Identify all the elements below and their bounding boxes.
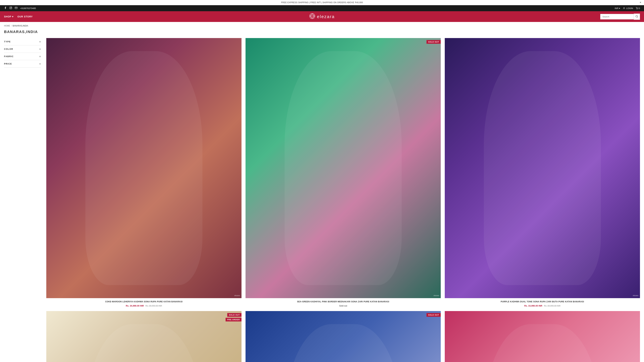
sold-out-badge: SOLD OUT <box>426 40 441 44</box>
filter-chevron-icon: ∨ <box>39 48 41 50</box>
page-content: BANARAS,INDIA TYPE ∨ COLOR ∨ FABRIC ∨ PR… <box>0 30 644 362</box>
watermark: elezara <box>434 295 439 297</box>
shop-label: SHOP <box>4 15 12 18</box>
price-sale: Rs. 34,990.00 INR <box>126 305 144 307</box>
filter-chevron-icon: ∨ <box>39 40 41 43</box>
pre-order-badge: PRE-ORDER <box>226 318 242 322</box>
svg-point-7 <box>636 15 638 17</box>
filter-toggle-type[interactable]: TYPE ∨ <box>4 38 41 45</box>
sold-out-badge: SOLD OUT <box>426 313 441 317</box>
price-original: Rs. 39,990.00 INR <box>544 305 560 307</box>
svg-line-8 <box>637 17 638 17</box>
filter-label: TYPE <box>4 40 11 43</box>
utility-bar-right: INR ▾ LOGIN 0 <box>615 7 640 9</box>
filter-label: PRICE <box>4 62 12 65</box>
announcement-text: FREE EXPRESS SHIPPING | FREE INT'L SHIPP… <box>281 1 363 4</box>
filter-group-color: COLOR ∨ <box>4 45 41 53</box>
content-layout: TYPE ∨ COLOR ∨ FABRIC ∨ PRICE ∨ <box>4 38 640 362</box>
announcement-bar: FREE EXPRESS SHIPPING | FREE INT'L SHIPP… <box>0 0 644 5</box>
product-card[interactable]: SOLD OUT elezara BANARAS SILK PRODUCT 5 … <box>246 311 441 362</box>
product-image: SOLD OUT elezara <box>246 311 441 362</box>
svg-point-2 <box>11 7 12 7</box>
utility-bar-left: +918976370485 <box>4 6 36 10</box>
filter-label: COLOR <box>4 48 13 50</box>
breadcrumb-home[interactable]: HOME <box>4 25 10 27</box>
login-button[interactable]: LOGIN <box>623 7 633 9</box>
product-image: SOLD OUTPRE-ORDER elezara <box>46 311 242 362</box>
breadcrumb: HOME / BANARAS,INDIA <box>0 22 644 30</box>
login-label: LOGIN <box>626 7 633 9</box>
filter-group-price: PRICE ∨ <box>4 60 41 67</box>
filter-toggle-price[interactable]: PRICE ∨ <box>4 60 41 67</box>
logo[interactable]: elezara <box>309 13 335 20</box>
filter-chevron-icon: ∨ <box>39 55 41 58</box>
price-sold-out: Sold out <box>339 305 347 307</box>
product-name: PURPLE KADHWA DUAL TONE SONA RUPA ZARI B… <box>445 300 640 303</box>
filter-group-fabric: FABRIC ∨ <box>4 53 41 60</box>
breadcrumb-current: BANARAS,INDIA <box>12 25 28 27</box>
cart-count: 0 <box>639 7 640 9</box>
product-card[interactable]: elezara PURPLE KADHWA DUAL TONE SONA RUP… <box>445 38 640 307</box>
product-image: elezara <box>445 311 640 362</box>
currency-selector[interactable]: INR ▾ <box>615 7 620 9</box>
logo-text: elezara <box>317 14 335 19</box>
filter-group-type: TYPE ∨ <box>4 38 41 45</box>
close-announcement-button[interactable]: × <box>640 1 641 4</box>
search-input[interactable] <box>600 14 634 19</box>
filter-toggle-fabric[interactable]: FABRIC ∨ <box>4 53 41 60</box>
svg-point-1 <box>10 7 11 8</box>
filter-chevron-icon: ∨ <box>39 63 41 65</box>
facebook-icon[interactable] <box>4 6 7 10</box>
price-original: Rs. 39,990.00 INR <box>146 305 162 307</box>
instagram-icon[interactable] <box>10 6 12 10</box>
search-container <box>600 13 640 20</box>
our-story-nav-item[interactable]: OUR STORY <box>18 15 33 18</box>
currency-chevron-icon: ▾ <box>619 7 620 9</box>
nav-left: SHOP ▾ OUR STORY <box>4 15 33 18</box>
svg-point-3 <box>624 7 624 8</box>
cart-button[interactable]: 0 <box>636 7 640 9</box>
sold-out-badge: SOLD OUT <box>227 313 242 317</box>
shop-nav-item[interactable]: SHOP ▾ <box>4 15 14 18</box>
breadcrumb-separator: / <box>11 25 12 27</box>
logo-icon <box>309 13 315 20</box>
filter-label: FABRIC <box>4 55 14 58</box>
page-title: BANARAS,INDIA <box>4 30 640 34</box>
price-sale: Rs. 33,990.00 INR <box>524 305 542 307</box>
product-card[interactable]: elezara COKE-MAROON LEHERIYA KADHWA SONA… <box>46 38 242 307</box>
products-grid: elezara COKE-MAROON LEHERIYA KADHWA SONA… <box>46 38 640 362</box>
product-card[interactable]: SOLD OUT elezara SEA-GREEN KADHIYAL PINK… <box>246 38 441 307</box>
shop-chevron-icon: ▾ <box>12 15 14 18</box>
sidebar-filters: TYPE ∨ COLOR ∨ FABRIC ∨ PRICE ∨ <box>4 38 41 362</box>
product-name: SEA-GREEN KADHIYAL PINK BORDER MEENAKARI… <box>246 300 441 303</box>
product-image: elezara <box>445 38 640 298</box>
product-name: COKE-MAROON LEHERIYA KADHWA SONA RUPA PU… <box>46 300 242 303</box>
watermark: elezara <box>234 295 240 297</box>
product-image: SOLD OUT elezara <box>246 38 441 298</box>
search-button[interactable] <box>634 13 640 20</box>
email-icon[interactable] <box>15 6 18 10</box>
utility-bar: +918976370485 INR ▾ LOGIN 0 <box>0 5 644 11</box>
product-card[interactable]: SOLD OUTPRE-ORDER elezara BANARAS SILK P… <box>46 311 242 362</box>
product-image: elezara <box>46 38 242 298</box>
svg-rect-0 <box>10 7 12 9</box>
phone-number: +918976370485 <box>20 7 36 9</box>
currency-label: INR <box>615 7 618 9</box>
watermark: elezara <box>633 295 638 297</box>
main-header: SHOP ▾ OUR STORY elezara <box>0 11 644 22</box>
our-story-label: OUR STORY <box>18 15 33 18</box>
product-card[interactable]: elezara BANARAS SILK PRODUCT 6 Rs. 33,99… <box>445 311 640 362</box>
filter-toggle-color[interactable]: COLOR ∨ <box>4 45 41 53</box>
